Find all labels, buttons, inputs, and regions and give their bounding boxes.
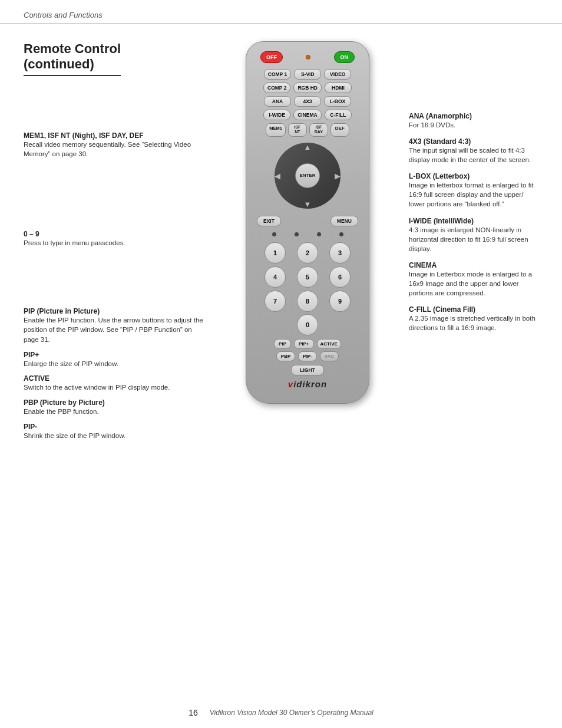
annotation-pbp-title: PBP (Picture by Picture)	[24, 398, 206, 407]
remote-body: OFF ON COMP 1 S-VID VIDEO COMP 2 RGB HD …	[246, 41, 369, 404]
annotation-pip-plus: PIP+ Enlarge the size of PIP window.	[24, 351, 206, 369]
annotation-pip-plus-body: Enlarge the size of PIP window.	[24, 359, 206, 369]
isfday-button[interactable]: ISFDAY	[309, 123, 328, 137]
exit-button[interactable]: EXIT	[257, 216, 281, 226]
annotation-4x3: 4X3 (Standard 4:3) The input signal will…	[409, 137, 538, 164]
annotation-active-title: ACTIVE	[24, 374, 206, 383]
pip-plus-button[interactable]: PIP+	[294, 339, 314, 349]
nav-container: ENTER ▲ ▼ ◀ ▶	[272, 140, 343, 211]
isfnt-button[interactable]: ISFNT	[288, 123, 307, 137]
annotation-0-9-title: 0 – 9	[24, 230, 206, 238]
aspect-row-1: ANA 4X3 L-BOX	[254, 96, 361, 107]
annotation-pip-body: Enable the PIP function. Use the arrow b…	[24, 315, 206, 345]
nav-up-button[interactable]: ▲	[304, 143, 312, 151]
annotation-active: ACTIVE Switch to the active window in PI…	[24, 374, 206, 393]
cinema-button[interactable]: CINEMA	[293, 110, 322, 120]
annotation-pbp-body: Enable the PBP function.	[24, 407, 206, 417]
page-content: Remote Control (continued) MEM1, ISF NT …	[0, 24, 562, 463]
pip-minus-button[interactable]: PIP-	[298, 351, 317, 361]
page-header: Controls and Functions	[0, 0, 562, 24]
breadcrumb: Controls and Functions	[24, 11, 103, 19]
num6-button[interactable]: 6	[329, 266, 351, 288]
num9-button[interactable]: 9	[329, 291, 351, 312]
menu-button[interactable]: MENU	[330, 216, 358, 226]
num0-button[interactable]: 0	[297, 314, 318, 335]
iwide-button[interactable]: I-WIDE	[263, 110, 290, 120]
power-row: OFF ON	[254, 51, 361, 63]
right-annotations: ANA (Anamorphic) For 16:9 DVDs. 4X3 (Sta…	[409, 94, 538, 332]
num4-button[interactable]: 4	[265, 266, 286, 288]
annotation-cinema-title: CINEMA	[409, 261, 538, 269]
annotation-iwide: I-WIDE (IntelliWide) 4:3 image is enlarg…	[409, 217, 538, 253]
annotation-cinema: CINEMA Image in Letterbox mode is enlarg…	[409, 261, 538, 298]
logo-text: idikron	[293, 379, 327, 389]
mem-row: MEM1 ISFNT ISFDAY DEF	[254, 123, 361, 137]
annotation-pbp: PBP (Picture by Picture) Enable the PBP …	[24, 398, 206, 417]
annotation-iwide-title: I-WIDE (IntelliWide)	[409, 217, 538, 225]
pip-button[interactable]: PIP	[274, 339, 291, 349]
indicator-dots-row	[254, 230, 361, 239]
right-column: ANA (Anamorphic) For 16:9 DVDs. 4X3 (Sta…	[409, 41, 538, 452]
pbp-button[interactable]: PBP	[276, 351, 295, 361]
numpad-zero-row: 0	[254, 314, 361, 335]
def-button[interactable]: DEF	[330, 123, 349, 137]
light-button[interactable]: LIGHT	[291, 365, 324, 375]
brand-logo: vidikron	[254, 379, 361, 389]
off-button[interactable]: OFF	[260, 51, 283, 63]
enter-button[interactable]: ENTER	[295, 163, 320, 188]
nav-ring: ENTER	[275, 143, 340, 209]
numpad: 1 2 3 4 5 6 7 8 9	[260, 242, 355, 312]
dot-3	[317, 232, 321, 236]
dot-2	[295, 232, 299, 236]
nav-left-button[interactable]: ◀	[275, 171, 280, 180]
manual-title: Vidikron Vision Model 30 Owner’s Operati…	[210, 709, 373, 717]
annotation-0-9: 0 – 9 Press to type in menu passcodes.	[24, 230, 206, 248]
num5-button[interactable]: 5	[297, 266, 318, 288]
pip-row-1: PIP PIP+ ACTIVE	[254, 339, 361, 349]
annotation-cfill-title: C-FILL (Cinema Fill)	[409, 305, 538, 314]
annotation-ana: ANA (Anamorphic) For 16:9 DVDs.	[409, 112, 538, 130]
video-button[interactable]: VIDEO	[324, 69, 351, 80]
aspect-row-2: I-WIDE CINEMA C-FILL	[254, 110, 361, 120]
on-button[interactable]: ON	[334, 51, 355, 63]
num2-button[interactable]: 2	[297, 242, 318, 263]
num3-button[interactable]: 3	[329, 242, 351, 263]
page-footer: 16 Vidikron Vision Model 30 Owner’s Oper…	[0, 708, 562, 717]
nav-right-button[interactable]: ▶	[335, 171, 340, 180]
annotation-4x3-body: The input signal will be scaled to fit 4…	[409, 146, 538, 164]
cfill-button[interactable]: C-FILL	[325, 110, 352, 120]
annotation-mem1-body: Recall video memory sequentially. See “S…	[24, 140, 206, 159]
lbox-button[interactable]: L-BOX	[324, 96, 351, 107]
annotation-0-9-body: Press to type in menu passcodes.	[24, 238, 206, 248]
hdmi-button[interactable]: HDMI	[325, 83, 352, 93]
comp2-button[interactable]: COMP 2	[263, 83, 290, 93]
num1-button[interactable]: 1	[265, 242, 286, 263]
page-number: 16	[189, 708, 198, 717]
ana-button[interactable]: ANA	[264, 96, 291, 107]
4x3-button[interactable]: 4X3	[294, 96, 321, 107]
mem1-button[interactable]: MEM1	[266, 123, 286, 137]
input-row-2: COMP 2 RGB HD HDMI	[254, 83, 361, 93]
annotation-cfill: C-FILL (Cinema Fill) A 2.35 image is str…	[409, 305, 538, 332]
active-button[interactable]: ACTIVE	[317, 339, 341, 349]
exit-menu-row: EXIT MENU	[257, 216, 358, 226]
annotation-lbox: L-BOX (Letterbox) Image in letterbox for…	[409, 172, 538, 209]
nav-down-button[interactable]: ▼	[304, 200, 312, 209]
num7-button[interactable]: 7	[265, 291, 286, 312]
annotation-pip: PIP (Picture in Picture) Enable the PIP …	[24, 307, 206, 345]
annotation-active-body: Switch to the active window in PIP displ…	[24, 383, 206, 393]
vac-button[interactable]: VAC	[320, 351, 339, 361]
annotation-pip-title: PIP (Picture in Picture)	[24, 307, 206, 315]
annotation-ana-body: For 16:9 DVDs.	[409, 120, 538, 130]
annotation-lbox-title: L-BOX (Letterbox)	[409, 172, 538, 180]
center-column: OFF ON COMP 1 S-VID VIDEO COMP 2 RGB HD …	[206, 41, 409, 452]
svid-button[interactable]: S-VID	[294, 69, 321, 80]
left-annotations: MEM1, ISF NT (Night), ISF DAY, DEF Recal…	[24, 84, 206, 441]
comp1-button[interactable]: COMP 1	[264, 69, 291, 80]
num8-button[interactable]: 8	[297, 291, 318, 312]
annotation-pip-minus: PIP- Shrink the size of the PIP window.	[24, 423, 206, 441]
rgbhd-button[interactable]: RGB HD	[293, 83, 322, 93]
annotation-4x3-title: 4X3 (Standard 4:3)	[409, 137, 538, 146]
annotation-mem1-title: MEM1, ISF NT (Night), ISF DAY, DEF	[24, 131, 206, 140]
page-title: Remote Control (continued)	[24, 41, 121, 76]
